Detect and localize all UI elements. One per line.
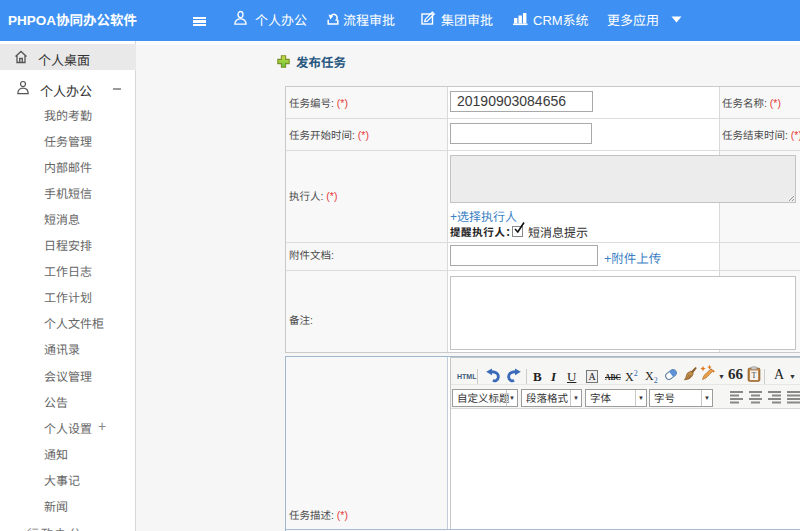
svg-text:T: T bbox=[752, 371, 757, 380]
